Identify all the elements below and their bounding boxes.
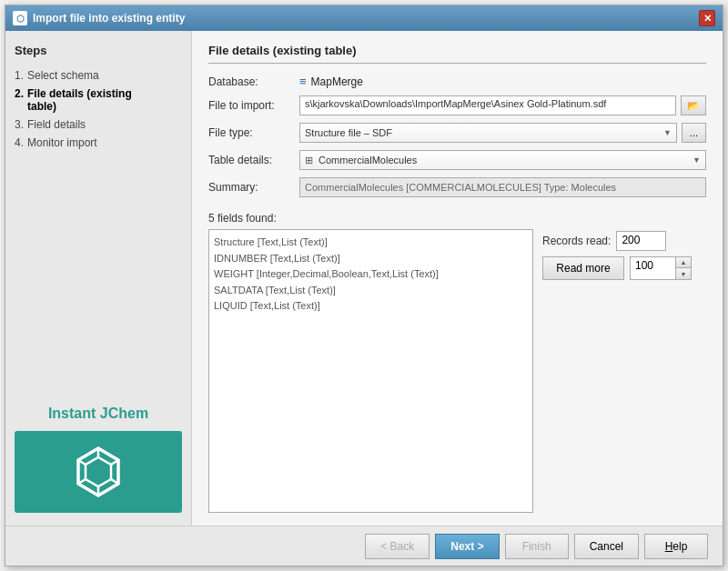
step-3-number: 3. [15,118,24,131]
back-label: < Back [380,540,414,553]
step-4: 4. Monitor import [15,134,182,152]
read-more-row: Read more 100 ▲ ▼ [542,256,706,280]
title-bar-left: ⬡ Import file into existing entity [13,11,185,25]
logo-box [15,431,182,513]
table-grid-icon: ⊞ [305,155,313,166]
main-panel: File details (existing table) Database: … [192,31,723,526]
sidebar: Steps 1. Select schema 2. File details (… [5,31,192,526]
database-label: Database: [208,75,299,88]
title-bar: ⬡ Import file into existing entity ✕ [5,5,723,31]
database-row: Database: ≡ MapMerge [208,75,706,88]
file-import-value-container: s\kjarkovska\Downloads\ImportMapMerge\As… [299,95,706,115]
database-icon: ≡ [299,75,307,88]
file-type-row: File type: Structure file – SDF ▼ ... [208,123,706,143]
records-read-row: Records read: 200 [542,231,706,251]
field-item-5: LIQUID [Text,List (Text)] [214,298,528,315]
step-3: 3. Field details [15,115,182,134]
help-button[interactable]: Help [644,534,708,559]
footer: < Back Next > Finish Cancel Help [5,526,723,566]
fields-content: Structure [Text,List (Text)] IDNUMBER [T… [208,229,706,513]
file-import-label: File to import: [208,99,299,112]
content-area: Steps 1. Select schema 2. File details (… [5,31,723,526]
dialog-icon: ⬡ [13,11,27,25]
step-2-label: File details (existingtable) [27,87,132,113]
database-value-container: ≡ MapMerge [299,75,706,88]
file-type-value-container: Structure file – SDF ▼ ... [299,123,706,143]
fields-section: 5 fields found: Structure [Text,List (Te… [208,212,706,513]
finish-button[interactable]: Finish [505,534,569,559]
summary-label: Summary: [208,181,299,194]
table-details-row: Table details: ⊞ CommercialMolecules ▼ [208,150,706,170]
step-4-number: 4. [15,136,24,149]
spinner-up-button[interactable]: ▲ [676,257,691,268]
file-import-input[interactable]: s\kjarkovska\Downloads\ImportMapMerge\As… [299,95,676,115]
browse-button[interactable]: 📂 [681,95,706,115]
step-1-label: Select schema [27,69,99,82]
records-read-value: 200 [616,231,666,251]
file-type-dropdown-arrow: ▼ [663,128,672,137]
next-label: Next > [450,540,483,553]
fields-right: Records read: 200 Read more 100 ▲ ▼ [542,229,706,513]
read-more-button[interactable]: Read more [542,256,624,280]
field-item-4: SALTDATA [Text,List (Text)] [214,283,528,299]
spinner-down-button[interactable]: ▼ [676,268,691,279]
spinner-input[interactable]: 100 [630,256,675,280]
cancel-button[interactable]: Cancel [574,534,639,559]
table-details-dropdown-arrow: ▼ [693,155,701,165]
database-name: MapMerge [311,75,363,88]
step-1: 1. Select schema [15,66,182,85]
steps-title: Steps [15,44,182,57]
file-type-select[interactable]: Structure file – SDF ▼ [299,123,677,143]
svg-marker-1 [86,457,111,486]
summary-row: Summary: CommercialMolecules [COMMERCIAL… [208,177,706,197]
field-item-3: WEIGHT [Integer,Decimal,Boolean,Text,Lis… [214,266,528,283]
step-2: 2. File details (existingtable) [15,85,182,115]
spinner-row: 100 ▲ ▼ [630,256,692,280]
step-3-label: Field details [27,118,86,131]
summary-value-container: CommercialMolecules [COMMERCIALMOLECULES… [299,177,706,197]
next-button[interactable]: Next > [435,534,499,559]
step-4-label: Monitor import [27,136,97,149]
summary-value: CommercialMolecules [COMMERCIALMOLECULES… [299,177,706,197]
table-details-label: Table details: [208,154,299,166]
panel-title: File details (existing table) [208,44,706,64]
file-import-row: File to import: s\kjarkovska\Downloads\I… [208,95,706,115]
step-1-number: 1. [15,69,24,82]
file-type-label: File type: [208,126,299,139]
table-details-value: CommercialMolecules [318,155,417,165]
table-details-value-container: ⊞ CommercialMolecules ▼ [299,150,706,170]
help-label: H [665,540,673,553]
cancel-label: Cancel [590,540,623,553]
table-details-select[interactable]: ⊞ CommercialMolecules ▼ [299,150,706,170]
finish-label: Finish [522,540,551,553]
fields-found-label: 5 fields found: [208,212,706,225]
file-type-value: Structure file – SDF [305,127,392,138]
dots-label: ... [690,127,698,138]
browse-icon: 📂 [687,100,700,112]
field-item-2: IDNUMBER [Text,List (Text)] [214,251,528,267]
fields-list-box: Structure [Text,List (Text)] IDNUMBER [T… [208,229,533,513]
help-label-rest: elp [672,540,687,553]
dialog: ⬡ Import file into existing entity ✕ Ste… [5,5,723,566]
field-item-1: Structure [Text,List (Text)] [214,235,528,251]
brand-label: Instant JChem [15,406,182,422]
records-read-label: Records read: [542,235,611,247]
jchem-logo-icon [71,445,126,499]
back-button[interactable]: < Back [365,534,430,559]
file-type-options-button[interactable]: ... [682,123,706,143]
step-2-number: 2. [15,87,24,113]
spinner-buttons: ▲ ▼ [675,256,692,280]
dialog-title: Import file into existing entity [33,12,185,25]
close-button[interactable]: ✕ [699,10,715,26]
sidebar-bottom: Instant JChem [15,406,182,513]
steps-list: 1. Select schema 2. File details (existi… [15,66,182,152]
